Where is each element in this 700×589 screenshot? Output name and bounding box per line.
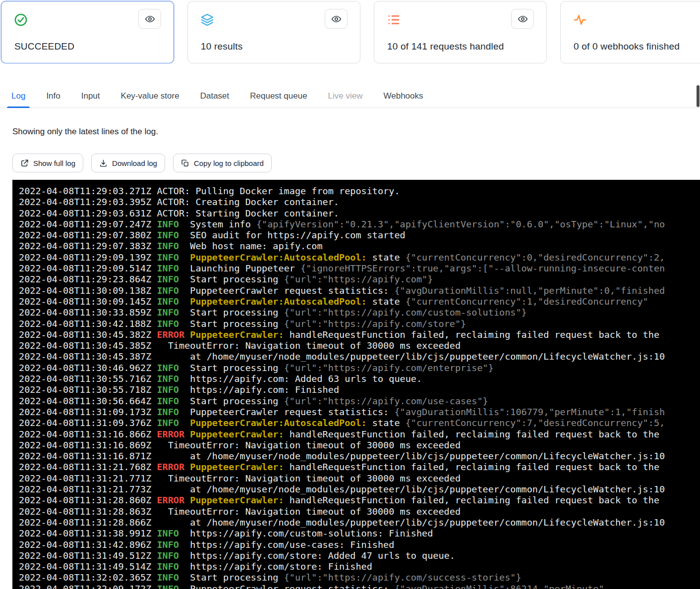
log-line: 2022-04-08T11:31:16.871Z at /home/myuser…	[19, 451, 700, 462]
button-label: Download log	[112, 159, 157, 167]
log-line: 2022-04-08T11:30:33.859Z INFO Start proc…	[19, 307, 700, 318]
external-link-icon	[20, 159, 29, 167]
check-circle-icon	[14, 13, 28, 27]
show-full-log-button[interactable]: Show full log	[12, 154, 83, 172]
log-line: 2022-04-08T11:31:09.173Z INFO PuppeteerC…	[19, 407, 700, 418]
button-label: Copy log to clipboard	[194, 159, 264, 167]
log-viewer[interactable]: 2022-04-08T11:29:03.271Z ACTOR: Pulling …	[12, 180, 700, 589]
log-line: 2022-04-08T11:30:56.664Z INFO Start proc…	[19, 396, 700, 407]
toggle-visibility-button[interactable]	[138, 9, 161, 29]
status-card-label: SUCCEEDED	[14, 41, 74, 52]
tab-request-queue[interactable]: Request queue	[239, 84, 317, 107]
log-line: 2022-04-08T11:31:42.896Z INFO https://ap…	[19, 539, 700, 550]
download-icon	[99, 159, 108, 167]
eye-icon	[518, 14, 528, 24]
tab-webhooks[interactable]: Webhooks	[373, 84, 434, 107]
log-line: 2022-04-08T11:30:45.382Z ERROR Puppeteer…	[19, 329, 700, 340]
tab-info[interactable]: Info	[36, 84, 70, 107]
tab-live-view[interactable]: Live view	[318, 84, 373, 107]
status-card-run-status: SUCCEEDED	[1, 1, 174, 63]
log-line: 2022-04-08T11:31:38.991Z INFO https://ap…	[19, 528, 700, 539]
log-line: 2022-04-08T11:30:09.145Z INFO PuppeteerC…	[19, 296, 700, 307]
log-line: 2022-04-08T11:31:28.860Z ERROR Puppeteer…	[19, 495, 700, 506]
log-line: 2022-04-08T11:31:16.869Z TimeoutError: N…	[19, 440, 700, 451]
tab-bar: LogInfoInputKey-value storeDatasetReques…	[0, 84, 700, 108]
button-label: Show full log	[33, 159, 75, 167]
log-line: 2022-04-08T11:29:09.514Z INFO Launching …	[19, 263, 700, 274]
log-line: 2022-04-08T11:29:03.271Z ACTOR: Pulling …	[19, 186, 700, 197]
tab-log[interactable]: Log	[1, 84, 36, 107]
log-line: 2022-04-08T11:30:45.387Z at /home/myuser…	[19, 351, 700, 362]
layers-icon	[200, 13, 214, 27]
log-line: 2022-04-08T11:30:42.188Z INFO Start proc…	[19, 319, 700, 329]
log-line: 2022-04-08T11:29:23.864Z INFO Start proc…	[19, 274, 700, 285]
status-card-label: 0 of 0 webhooks finished	[574, 41, 680, 52]
log-line: 2022-04-08T11:29:07.383Z INFO Web host n…	[19, 241, 700, 252]
tab-input[interactable]: Input	[71, 84, 111, 107]
pulse-icon	[573, 13, 587, 27]
log-line: 2022-04-08T11:29:09.139Z INFO PuppeteerC…	[19, 252, 700, 263]
status-card-label: 10 results	[201, 41, 242, 52]
scrollbar-thumb[interactable]	[697, 85, 700, 107]
log-line: 2022-04-08T11:31:49.512Z INFO https://ap…	[19, 550, 700, 561]
download-log-button[interactable]: Download log	[91, 154, 165, 172]
eye-icon	[331, 14, 342, 24]
toggle-visibility-button[interactable]	[511, 9, 534, 29]
log-line: 2022-04-08T11:30:46.962Z INFO Start proc…	[19, 363, 700, 374]
log-line: 2022-04-08T11:30:09.138Z INFO PuppeteerC…	[19, 285, 700, 296]
log-line: 2022-04-08T11:30:55.718Z INFO https://ap…	[19, 384, 700, 395]
log-line: 2022-04-08T11:30:45.385Z TimeoutError: N…	[19, 340, 700, 351]
queue-list-icon	[387, 13, 401, 27]
log-note: Showing only the latest lines of the log…	[12, 127, 700, 137]
log-line: 2022-04-08T11:32:02.365Z INFO Start proc…	[19, 572, 700, 583]
log-line: 2022-04-08T11:31:49.514Z INFO https://ap…	[19, 561, 700, 572]
status-cards: SUCCEEDED10 results10 of 141 requests ha…	[0, 0, 700, 63]
status-card-results: 10 results	[187, 1, 360, 63]
log-line: 2022-04-08T11:29:03.395Z ACTOR: Creating…	[19, 197, 700, 208]
copy-icon	[181, 159, 189, 167]
eye-icon	[145, 14, 155, 24]
status-card-webhooks: 0 of 0 webhooks finished	[560, 1, 700, 63]
log-actions: Show full logDownload logCopy log to cli…	[12, 154, 700, 172]
log-line: 2022-04-08T11:30:55.716Z INFO https://ap…	[19, 374, 700, 384]
copy-log-button[interactable]: Copy log to clipboard	[173, 154, 272, 172]
log-line: 2022-04-08T11:31:16.866Z ERROR Puppeteer…	[19, 429, 700, 440]
log-line: 2022-04-08T11:32:09.172Z INFO PuppeteerC…	[19, 584, 700, 589]
log-line: 2022-04-08T11:31:28.863Z TimeoutError: N…	[19, 506, 700, 517]
log-line: 2022-04-08T11:31:21.773Z at /home/myuser…	[19, 484, 700, 495]
status-card-requests: 10 of 141 requests handled	[374, 1, 547, 63]
log-line: 2022-04-08T11:31:21.768Z ERROR Puppeteer…	[19, 462, 700, 473]
tab-key-value-store[interactable]: Key-value store	[111, 84, 190, 107]
tab-dataset[interactable]: Dataset	[190, 84, 240, 107]
log-line: 2022-04-08T11:31:21.771Z TimeoutError: N…	[19, 473, 700, 484]
log-line: 2022-04-08T11:29:03.631Z ACTOR: Starting…	[19, 208, 700, 219]
log-line: 2022-04-08T11:31:09.376Z INFO PuppeteerC…	[19, 418, 700, 428]
log-line: 2022-04-08T11:29:07.247Z INFO System inf…	[19, 219, 700, 230]
log-line: 2022-04-08T11:31:28.866Z at /home/myuser…	[19, 517, 700, 528]
status-card-label: 10 of 141 requests handled	[387, 41, 504, 52]
toggle-visibility-button[interactable]	[325, 9, 348, 29]
log-line: 2022-04-08T11:29:07.380Z INFO SEO audit …	[19, 230, 700, 241]
